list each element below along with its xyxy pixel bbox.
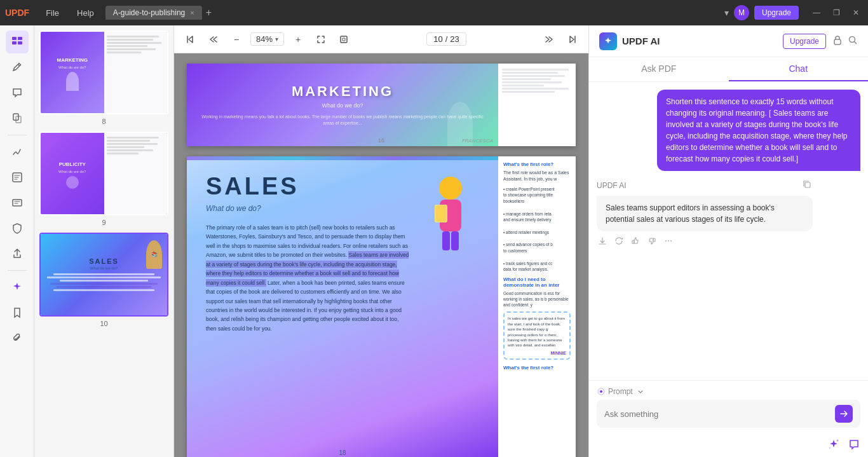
svg-point-21 (665, 240, 667, 242)
sidebar-item-bookmark[interactable] (6, 301, 29, 324)
svg-rect-1 (18, 37, 22, 40)
file-menu[interactable]: File (39, 6, 65, 20)
svg-rect-8 (341, 36, 347, 43)
svg-point-24 (600, 390, 602, 393)
sidebar-item-edit[interactable] (6, 56, 29, 79)
ai-response-label: UPDF AI (597, 181, 627, 190)
export-btn[interactable] (597, 235, 608, 249)
sidebar-item-ocr[interactable] (6, 191, 29, 214)
close-btn[interactable]: ✕ (849, 7, 863, 18)
main-layout: MARKETING What do we do? (0, 25, 868, 457)
right-bullets: • create PowerPoint presentto showcase u… (503, 186, 571, 273)
page-8-marketing-title: MARKETING (292, 83, 393, 100)
ai-panel: UPDF AI Upgrade Ask PDF Chat (588, 25, 868, 457)
right-title-1: What's the first role? (503, 161, 571, 167)
sidebar-item-sign[interactable] (6, 140, 29, 163)
maximize-btn[interactable]: ❐ (829, 7, 844, 18)
sidebar-item-protect[interactable] (6, 217, 29, 240)
zoom-dropdown-arrow[interactable]: ▾ (275, 36, 278, 43)
window-controls: — ❐ ✕ (809, 7, 863, 18)
thumbnail-label-8: 8 (39, 116, 168, 126)
ai-copy-btn[interactable] (801, 179, 813, 192)
page-francesca: FRANCESCA (462, 138, 493, 144)
thumbnail-page-8[interactable]: MARKETING What do we do? (39, 31, 168, 126)
sidebar-item-ai[interactable] (6, 276, 29, 299)
svg-rect-7 (13, 200, 22, 206)
sidebar-item-forms[interactable] (6, 166, 29, 189)
sidebar-item-pages[interactable] (6, 107, 29, 130)
more-btn[interactable] (663, 235, 674, 249)
refresh-btn[interactable] (613, 235, 625, 249)
sidebar-item-comment[interactable] (6, 81, 29, 104)
ai-lock-icon[interactable] (832, 35, 843, 48)
page-18-num: 18 (339, 449, 346, 456)
document-tab[interactable]: A-guide-to-publishing × (105, 6, 202, 20)
last-page-btn[interactable] (563, 31, 581, 48)
fit-width-btn[interactable] (312, 31, 330, 48)
user-message-container: Shorten this sentence to exactly 15 word… (597, 90, 860, 171)
help-menu[interactable]: Help (71, 6, 100, 20)
sidebar-item-share[interactable] (6, 242, 29, 265)
tab-chat[interactable]: Chat (729, 57, 869, 81)
thumbnail-image-10: SALES What do we do? 📚 (39, 233, 168, 317)
right-text-panel: What's the first role? The first role wo… (498, 156, 576, 457)
first-page-btn[interactable] (182, 31, 200, 48)
current-page: 10 (433, 34, 442, 44)
svg-rect-14 (442, 231, 450, 250)
minimize-btn[interactable]: — (809, 7, 824, 18)
author-minnie: MINNIE (508, 351, 566, 355)
thumbnail-page-9[interactable]: PUBLICITY What do we do? 9 (39, 132, 168, 228)
right-quote: In sales we get to go about it from the … (508, 316, 566, 348)
new-tab-btn[interactable]: + (206, 7, 212, 18)
page-display: 10 / 23 (426, 32, 466, 46)
zoom-in-btn[interactable]: + (289, 31, 307, 48)
topbar-right: ▾ M Upgrade — ❐ ✕ (724, 5, 863, 20)
prompt-input-row (597, 400, 860, 428)
total-pages: 23 (450, 34, 459, 44)
ai-search-icon[interactable] (848, 35, 858, 48)
tab-ask-pdf[interactable]: Ask PDF (589, 57, 729, 81)
page-8-right-partial (498, 64, 576, 146)
pdf-pages-area[interactable]: MARKETING What do we do? Working in mark… (174, 53, 588, 457)
zoom-out-btn[interactable]: − (227, 31, 245, 48)
ai-header: UPDF AI Upgrade (589, 25, 868, 57)
right-title-2: What do I need to demonstrate in an inte… (503, 276, 571, 288)
thumbnail-label-10: 10 (39, 318, 168, 329)
page-8-num: 16 (378, 137, 384, 144)
sales-body-text: The primary role of a sales team is to p… (206, 223, 409, 333)
prompt-input-field[interactable] (604, 409, 830, 419)
ai-response-header: UPDF AI (597, 179, 813, 192)
zoom-display[interactable]: 84% ▾ (250, 32, 284, 46)
thumbnail-panel: MARKETING What do we do? (34, 25, 174, 457)
svg-point-9 (439, 177, 462, 200)
next-page-btn[interactable] (540, 31, 558, 48)
send-button[interactable] (835, 405, 853, 423)
collapse-icon[interactable]: ▾ (724, 8, 729, 18)
prompt-label: Prompt (597, 387, 860, 396)
thumbnail-page-10[interactable]: SALES What do we do? 📚 10 (39, 233, 168, 329)
zoom-level: 84% (256, 34, 273, 44)
upgrade-button[interactable]: Upgrade (754, 6, 799, 20)
ai-sparkle-icon[interactable] (827, 438, 840, 453)
sidebar-item-thumbnail[interactable] (6, 31, 29, 53)
ai-chat-bottom-icon[interactable] (848, 438, 860, 453)
tab-close-btn[interactable]: × (190, 9, 194, 17)
user-message-bubble: Shorten this sentence to exactly 15 word… (657, 90, 860, 171)
prompt-dropdown-icon[interactable] (637, 388, 644, 395)
sidebar-item-attach[interactable] (6, 327, 29, 350)
svg-rect-18 (805, 182, 810, 188)
pdf-toolbar: − 84% ▾ + 10 / 23 (174, 25, 588, 53)
svg-rect-15 (451, 231, 459, 250)
thumbs-down-btn[interactable] (646, 235, 658, 249)
svg-point-22 (668, 240, 669, 242)
svg-rect-3 (18, 41, 22, 44)
thumbs-up-btn[interactable] (630, 235, 641, 249)
thumbnail-image-9: PUBLICITY What do we do? (39, 132, 168, 215)
svg-rect-16 (834, 39, 841, 44)
ai-bottom-icons (589, 434, 868, 457)
left-sidebar (0, 25, 34, 457)
prev-page-btn[interactable] (205, 31, 222, 48)
fit-page-btn[interactable] (335, 31, 353, 48)
ai-upgrade-btn[interactable]: Upgrade (783, 34, 826, 49)
svg-rect-13 (435, 205, 447, 222)
